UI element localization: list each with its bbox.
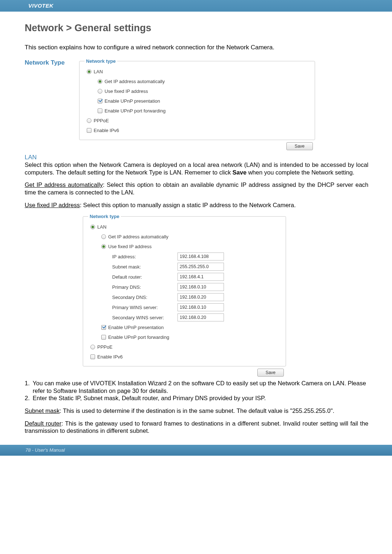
get-ip-underline: Get IP address automatically — [25, 181, 103, 188]
upnp-fwd-label: Enable UPnP port forwarding — [108, 335, 169, 340]
pppoe-row[interactable]: PPPoE — [85, 116, 310, 126]
form2-wrap: Network type LAN Get IP address automati… — [83, 214, 286, 377]
sdns-input[interactable] — [177, 293, 224, 301]
checkbox-icon — [101, 325, 106, 330]
ip-address-row: IP address: — [88, 251, 281, 262]
subnet-paragraph: Subnet mask: This is used to determine i… — [25, 407, 368, 415]
list-number: 2. — [25, 394, 33, 402]
radio-icon — [98, 79, 102, 84]
checkbox-icon — [101, 335, 106, 340]
upnp-presentation-row[interactable]: Enable UPnP presentation — [88, 323, 281, 332]
ip-label: IP address: — [112, 254, 177, 259]
form1-wrap: Network type LAN Get IP address automati… — [79, 58, 315, 150]
upnp-forward-row[interactable]: Enable UPnP port forwarding — [85, 106, 310, 116]
ipv6-label: Enable IPv6 — [94, 128, 119, 133]
lan-section-heading: LAN — [25, 154, 368, 161]
lan-radio-row[interactable]: LAN — [88, 222, 281, 232]
page-body: Network > General settings This section … — [0, 12, 392, 435]
list-number: 1. — [25, 379, 33, 394]
save-wrap: Save — [83, 369, 286, 377]
pppoe-row[interactable]: PPPoE — [88, 342, 281, 352]
router-input[interactable] — [177, 273, 224, 281]
footer-text: 78 - User's Manual — [25, 447, 65, 453]
subnet-underline: Subnet mask — [25, 407, 60, 414]
router-row: Default router: — [88, 272, 281, 282]
swins-input[interactable] — [177, 313, 224, 321]
ipv6-row[interactable]: Enable IPv6 — [88, 352, 281, 362]
lan-label: LAN — [97, 224, 106, 230]
pppoe-label: PPPoE — [97, 344, 113, 350]
sdns-row: Secondary DNS: — [88, 292, 281, 302]
upnp-fwd-label: Enable UPnP port forwarding — [105, 108, 166, 114]
use-fixed-label: Use fixed IP address — [105, 89, 148, 94]
save-button[interactable]: Save — [286, 142, 313, 150]
upnp-forward-row[interactable]: Enable UPnP port forwarding — [88, 332, 281, 342]
router-tail: : This is the gateway used to forward fr… — [25, 420, 368, 434]
get-ip-paragraph: Get IP address automatically: Select thi… — [25, 181, 368, 196]
use-fixed-row[interactable]: Use fixed IP address — [88, 242, 281, 251]
subnet-row: Subnet mask: — [88, 262, 281, 272]
save-button[interactable]: Save — [257, 369, 284, 377]
lan-paragraph: Select this option when the Network Came… — [25, 161, 368, 176]
upnp-pres-label: Enable UPnP presentation — [108, 325, 164, 330]
pppoe-label: PPPoE — [94, 118, 109, 123]
list-text: Enter the Static IP, Subnet mask, Defaul… — [33, 394, 368, 402]
checkbox-icon — [98, 99, 102, 103]
upnp-presentation-row[interactable]: Enable UPnP presentation — [85, 96, 310, 106]
pwins-label: Primary WINS server: — [112, 305, 177, 310]
lan-radio-row[interactable]: LAN — [85, 67, 310, 77]
pdns-input[interactable] — [177, 283, 224, 291]
use-fixed-underline: Use fixed IP address — [25, 202, 80, 208]
use-fixed-tail: : Select this option to manually assign … — [80, 202, 296, 208]
checkbox-icon — [98, 108, 102, 113]
router-paragraph: Default router: This is the gateway used… — [25, 420, 368, 435]
lan-para-bold: Save — [233, 169, 247, 176]
get-ip-auto-label: Get IP address automatically — [105, 79, 165, 84]
pwins-row: Primary WINS server: — [88, 302, 281, 312]
header-band: VIVOTEK — [0, 0, 392, 12]
router-label: Default router: — [112, 274, 177, 280]
lan-para-2: when you complete the Network setting. — [246, 169, 354, 176]
radio-icon — [90, 225, 95, 229]
fieldset-legend: Network type — [88, 214, 121, 219]
lan-label: LAN — [94, 69, 103, 74]
network-type-row: Network Type Network type LAN Get IP add… — [25, 58, 368, 150]
upnp-pres-label: Enable UPnP presentation — [105, 98, 160, 104]
ipv6-label: Enable IPv6 — [97, 354, 123, 360]
page-title: Network > General settings — [25, 22, 368, 34]
fieldset-legend: Network type — [85, 58, 117, 64]
network-type-fieldset-1: Network type LAN Get IP address automati… — [79, 58, 315, 140]
network-type-fieldset-2: Network type LAN Get IP address automati… — [83, 214, 286, 366]
pwins-input[interactable] — [177, 303, 224, 311]
intro-text: This section explains how to configure a… — [25, 44, 368, 51]
brand: VIVOTEK — [28, 3, 53, 9]
pdns-label: Primary DNS: — [112, 284, 177, 290]
list-text: You can make use of VIVOTEK Installation… — [33, 379, 368, 394]
get-ip-auto-label: Get IP address automatically — [108, 234, 168, 239]
swins-label: Secondary WINS server: — [112, 315, 177, 320]
radio-icon — [87, 69, 91, 74]
save-wrap: Save — [79, 142, 315, 150]
radio-icon — [87, 118, 91, 123]
checkbox-icon — [90, 354, 95, 359]
checkbox-icon — [87, 128, 91, 133]
radio-icon — [101, 244, 106, 249]
router-underline: Default router — [25, 420, 61, 427]
swins-row: Secondary WINS server: — [88, 312, 281, 323]
radio-icon — [101, 234, 106, 239]
sdns-label: Secondary DNS: — [112, 295, 177, 300]
get-ip-auto-row[interactable]: Get IP address automatically — [85, 77, 310, 86]
ipv6-row[interactable]: Enable IPv6 — [85, 126, 310, 135]
list-item: 1. You can make use of VIVOTEK Installat… — [25, 379, 368, 394]
ip-input[interactable] — [177, 253, 224, 260]
subnet-input[interactable] — [177, 263, 224, 271]
get-ip-auto-row[interactable]: Get IP address automatically — [88, 232, 281, 242]
subnet-tail: : This is used to determine if the desti… — [60, 407, 334, 414]
use-fixed-paragraph: Use fixed IP address: Select this option… — [25, 201, 368, 209]
list-item: 2. Enter the Static IP, Subnet mask, Def… — [25, 394, 368, 402]
radio-icon — [90, 345, 95, 349]
numbered-list: 1. You can make use of VIVOTEK Installat… — [25, 379, 368, 402]
use-fixed-row[interactable]: Use fixed IP address — [85, 86, 310, 96]
network-type-heading: Network Type — [25, 58, 79, 66]
subnet-label: Subnet mask: — [112, 264, 177, 270]
